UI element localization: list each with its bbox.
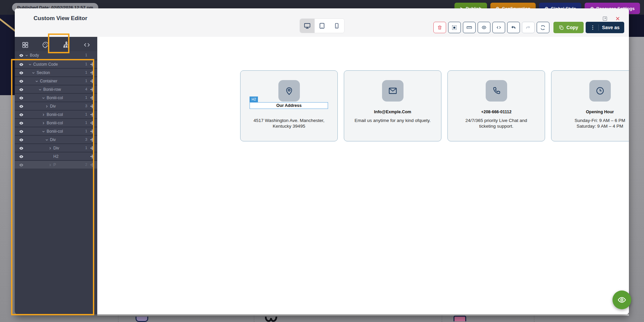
device-tab-desktop[interactable] bbox=[300, 19, 315, 33]
visibility-eye-icon[interactable] bbox=[19, 79, 24, 84]
tree-item-label: Boniii-col bbox=[47, 129, 63, 134]
card-body[interactable]: Email us anytime for any kind ofquety. bbox=[344, 118, 441, 123]
tree-row-div[interactable]: Div1 bbox=[15, 143, 97, 152]
move-handle-icon[interactable] bbox=[90, 121, 95, 125]
tree-item-label: Section bbox=[37, 70, 50, 75]
tree-item-label: Boniii-col bbox=[47, 121, 63, 125]
card-body[interactable]: Sunday-Fri: 9 AM – 6 PM Saturday: 9 AM –… bbox=[551, 118, 629, 129]
device-tab-mobile[interactable] bbox=[329, 19, 344, 33]
background-hero-fragment-right bbox=[629, 15, 644, 37]
tree-row-div[interactable]: Div3 bbox=[15, 135, 97, 143]
chevron-down-icon[interactable] bbox=[24, 53, 29, 58]
visibility-eye-icon[interactable] bbox=[19, 137, 24, 142]
visibility-eye-icon[interactable] bbox=[19, 62, 24, 67]
move-handle-icon[interactable] bbox=[90, 87, 95, 92]
select-all-button[interactable] bbox=[448, 22, 461, 33]
background-icon-fragment bbox=[453, 316, 466, 321]
code-view-button[interactable] bbox=[492, 22, 505, 33]
kebab-menu-icon[interactable]: ⋮ bbox=[590, 24, 599, 30]
tree-row-section[interactable]: Section1 bbox=[15, 68, 97, 76]
visibility-eye-icon[interactable] bbox=[19, 70, 24, 75]
chevron-down-icon[interactable] bbox=[35, 79, 39, 83]
chevron-right-icon[interactable] bbox=[48, 146, 52, 150]
move-handle-icon[interactable] bbox=[90, 154, 95, 159]
tree-item-count: 3 bbox=[85, 137, 87, 141]
copy-button[interactable]: Copy bbox=[553, 22, 584, 33]
visibility-eye-icon[interactable] bbox=[19, 53, 24, 58]
card-title[interactable]: Info@Exmple.Com bbox=[344, 110, 441, 114]
tree-row-custom-code[interactable]: Custom Code1 bbox=[15, 60, 97, 68]
selected-element-tag: H2 bbox=[250, 96, 258, 102]
contact-card-hours[interactable]: Opening Hour Sunday-Fri: 9 AM – 6 PM Sat… bbox=[551, 70, 629, 141]
card-title[interactable]: Our Address bbox=[240, 103, 337, 108]
move-handle-icon[interactable] bbox=[90, 129, 95, 134]
chevron-right-icon[interactable] bbox=[41, 113, 46, 117]
visibility-eye-icon[interactable] bbox=[19, 154, 24, 159]
tree-row-body[interactable]: Body1 bbox=[15, 51, 97, 60]
chevron-down-icon[interactable] bbox=[31, 71, 36, 75]
chevron-right-icon[interactable] bbox=[48, 163, 52, 167]
preview-toggle-button[interactable] bbox=[612, 291, 631, 309]
tree-row-boniii-col[interactable]: Boniii-col1 bbox=[15, 93, 97, 102]
expand-button[interactable] bbox=[602, 16, 608, 21]
undo-button[interactable] bbox=[507, 22, 520, 33]
card-title[interactable]: Opening Hour bbox=[551, 110, 629, 114]
tab-code[interactable] bbox=[81, 39, 93, 51]
visibility-eye-icon[interactable] bbox=[19, 104, 24, 109]
tree-row-boniii-col[interactable]: Boniii-col1 bbox=[15, 118, 97, 127]
ruler-button[interactable] bbox=[463, 22, 476, 33]
tree-item-label: Div bbox=[50, 104, 56, 109]
chevron-down-icon[interactable] bbox=[28, 62, 32, 67]
close-button[interactable] bbox=[615, 16, 620, 21]
icon-square bbox=[589, 80, 611, 102]
redo-button[interactable] bbox=[522, 22, 535, 33]
tree-row-h2[interactable]: H2 bbox=[15, 152, 97, 160]
visibility-eye-icon[interactable] bbox=[19, 146, 24, 151]
tree-row-p[interactable]: P2 bbox=[15, 160, 97, 169]
preview-visibility-button[interactable] bbox=[478, 22, 490, 33]
tab-tree[interactable] bbox=[61, 39, 72, 51]
move-handle-icon[interactable] bbox=[90, 79, 95, 83]
chevron-down-icon[interactable] bbox=[38, 87, 42, 92]
visibility-eye-icon[interactable] bbox=[19, 163, 24, 168]
device-tab-tablet[interactable] bbox=[315, 19, 329, 33]
chevron-down-icon[interactable] bbox=[41, 129, 46, 134]
visibility-eye-icon[interactable] bbox=[19, 112, 24, 117]
refresh-button[interactable] bbox=[537, 22, 549, 33]
tab-styles[interactable] bbox=[40, 39, 51, 51]
tree-row-div[interactable]: Div3 bbox=[15, 102, 97, 110]
save-as-button[interactable]: ⋮ Save as bbox=[586, 22, 624, 33]
chevron-down-icon[interactable] bbox=[41, 96, 46, 100]
move-handle-icon[interactable] bbox=[90, 112, 95, 117]
card-body[interactable]: 4517 Washington Ave. Manchester, Kentuck… bbox=[240, 118, 337, 129]
tree-row-boniii-col[interactable]: Boniii-col1 bbox=[15, 127, 97, 135]
tree-row-container[interactable]: Container1 bbox=[15, 76, 97, 85]
card-title[interactable]: +208-666-01112 bbox=[448, 110, 545, 114]
visibility-eye-icon[interactable] bbox=[19, 95, 24, 101]
visibility-eye-icon[interactable] bbox=[19, 129, 24, 134]
move-handle-icon[interactable] bbox=[90, 146, 95, 150]
visibility-eye-icon[interactable] bbox=[19, 87, 24, 92]
move-handle-icon[interactable] bbox=[90, 163, 95, 167]
move-handle-icon[interactable] bbox=[90, 70, 95, 75]
contact-card-phone[interactable]: +208-666-01112 24/7/365 priority Live Ch… bbox=[447, 70, 545, 141]
move-handle-icon[interactable] bbox=[90, 104, 95, 109]
visibility-eye-icon[interactable] bbox=[19, 121, 24, 126]
map-pin-icon bbox=[284, 86, 294, 95]
move-handle-icon[interactable] bbox=[90, 95, 95, 100]
tree-row-boniii-col[interactable]: Boniii-col1 bbox=[15, 110, 97, 118]
tab-blocks[interactable] bbox=[19, 39, 31, 51]
chevron-down-icon[interactable] bbox=[45, 138, 49, 142]
code-icon bbox=[496, 25, 501, 30]
chevron-right-icon[interactable] bbox=[45, 104, 49, 109]
move-handle-icon[interactable] bbox=[90, 137, 95, 142]
chevron-right-icon[interactable] bbox=[41, 121, 46, 125]
delete-button[interactable] bbox=[433, 22, 446, 33]
tree-item-count: 1 bbox=[85, 146, 87, 150]
contact-card-address[interactable]: H2 Our Address 4517 Washington Ave. Manc… bbox=[240, 70, 338, 141]
tree-item-label: Boniii-col bbox=[47, 112, 63, 117]
tree-row-boniii-row[interactable]: Boniii-row4 bbox=[15, 85, 97, 93]
card-body[interactable]: 24/7/365 priority Live Chat and ticketin… bbox=[448, 118, 545, 129]
contact-card-email[interactable]: Info@Exmple.Com Email us anytime for any… bbox=[344, 70, 441, 141]
move-handle-icon[interactable] bbox=[90, 62, 95, 67]
